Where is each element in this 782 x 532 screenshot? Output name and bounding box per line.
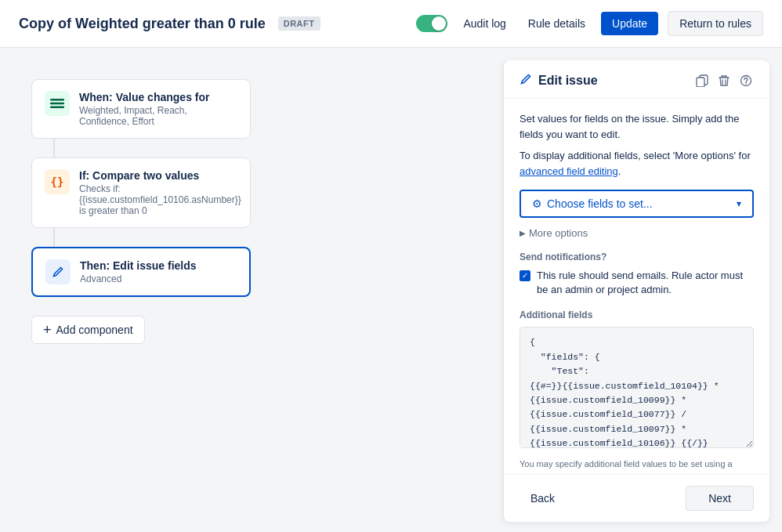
svg-rect-4 (697, 78, 704, 87)
if-icon: {} (45, 169, 70, 194)
return-to-rules-button[interactable]: Return to rules (668, 11, 763, 36)
description-2: To display additional fields, select 'Mo… (520, 148, 754, 179)
choose-fields-label: Choose fields to set... (547, 197, 653, 210)
if-node-title: If: Compare two values (79, 169, 241, 182)
toggle-container (416, 15, 447, 32)
if-node[interactable]: {} If: Compare two values Checks if: {{i… (31, 157, 251, 228)
additional-fields-label: Additional fields (520, 309, 754, 320)
if-node-content: If: Compare two values Checks if: {{issu… (79, 169, 241, 216)
more-options-label: More options (529, 227, 588, 239)
svg-rect-2 (50, 107, 64, 109)
edit-panel-body: Set values for fields on the issue. Simp… (504, 99, 769, 474)
additional-fields-textarea[interactable]: { "fields": { "Test": {{#=}}{{issue.cust… (520, 327, 754, 448)
send-emails-checkbox[interactable] (520, 270, 530, 281)
flow-panel: When: Value changes for Weighted, Impact… (0, 48, 503, 532)
edit-panel-title: Edit issue (538, 74, 598, 88)
audit-log-button[interactable]: Audit log (457, 13, 512, 34)
description-2-text: To display additional fields, select 'Mo… (520, 150, 751, 161)
copy-icon-button[interactable] (694, 73, 710, 89)
main-layout: When: Value changes for Weighted, Impact… (0, 48, 782, 532)
svg-rect-1 (50, 103, 64, 105)
notification-checkbox-row[interactable]: This rule should send emails. Rule actor… (520, 269, 754, 297)
chevron-right-icon: ▶ (520, 229, 526, 237)
then-node-subtitle: Advanced (80, 273, 197, 284)
pencil-icon (520, 73, 532, 89)
help-text: You may specify additional field values … (520, 458, 754, 474)
connector-1 (53, 139, 55, 157)
back-button[interactable]: Back (520, 487, 566, 510)
edit-panel-header: Edit issue (504, 60, 769, 99)
send-notifications-section: Send notifications? (520, 252, 754, 262)
if-node-subtitle: Checks if: {{issue.customfield_10106.asN… (79, 183, 241, 216)
when-icon (45, 91, 70, 116)
advanced-field-link[interactable]: advanced field editing (520, 165, 618, 177)
edit-panel: Edit issue (503, 60, 769, 522)
then-node-title: Then: Edit issue fields (80, 259, 197, 272)
rule-details-button[interactable]: Rule details (522, 13, 592, 34)
more-options-toggle[interactable]: ▶ More options (520, 227, 754, 239)
when-node-subtitle: Weighted, Impact, Reach, Confidence, Eff… (79, 105, 237, 127)
then-node-content: Then: Edit issue fields Advanced (80, 259, 197, 284)
edit-panel-footer: Back Next (504, 474, 769, 522)
add-component-label: Add component (56, 324, 133, 336)
gear-icon: ⚙ (532, 197, 542, 210)
then-node[interactable]: Then: Edit issue fields Advanced (31, 247, 251, 297)
svg-point-6 (745, 83, 746, 84)
add-component-button[interactable]: + Add component (31, 316, 145, 344)
then-icon (45, 259, 71, 284)
chevron-down-icon: ▾ (737, 198, 741, 209)
help-icon-button[interactable] (738, 73, 754, 89)
when-node-title: When: Value changes for (79, 91, 237, 103)
next-button[interactable]: Next (686, 486, 754, 511)
page-title: Copy of Weighted greater than 0 rule (19, 16, 266, 32)
header: Copy of Weighted greater than 0 rule DRA… (0, 0, 782, 48)
choose-fields-button[interactable]: ⚙ Choose fields to set... ▾ (520, 190, 754, 218)
edit-panel-title-row: Edit issue (520, 73, 598, 89)
plus-icon: + (43, 323, 52, 337)
when-node[interactable]: When: Value changes for Weighted, Impact… (31, 79, 251, 139)
checkbox-label: This rule should send emails. Rule actor… (537, 269, 754, 297)
update-button[interactable]: Update (601, 12, 658, 35)
when-node-content: When: Value changes for Weighted, Impact… (79, 91, 237, 127)
delete-icon-button[interactable] (716, 73, 732, 89)
draft-badge: DRAFT (278, 16, 320, 31)
description-1: Set values for fields on the issue. Simp… (520, 111, 754, 142)
header-actions: Audit log Rule details Update Return to … (416, 11, 763, 36)
svg-rect-0 (50, 99, 64, 101)
rule-toggle[interactable] (416, 15, 447, 32)
edit-panel-actions (694, 73, 754, 89)
connector-2 (53, 228, 55, 247)
